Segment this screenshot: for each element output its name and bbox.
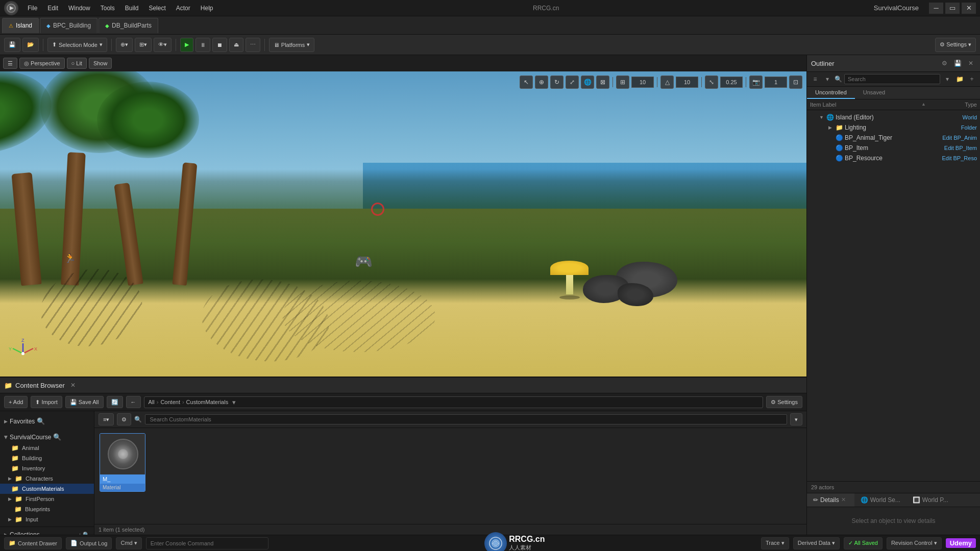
scale-snap-button[interactable]: ⤡ — [705, 76, 718, 89]
select-tool-button[interactable]: ↖ — [520, 76, 533, 89]
content-search-input[interactable] — [145, 414, 787, 424]
revision-control-button[interactable]: Revision Control ▾ — [887, 537, 942, 549]
restore-button[interactable]: ▭ — [945, 3, 960, 14]
tab-details[interactable]: ✏ Details ✕ — [807, 493, 854, 507]
sort-button[interactable]: ≡▾ — [99, 413, 114, 425]
scale-snap-input[interactable] — [720, 77, 743, 88]
platforms-button[interactable]: 🖥 Platforms ▾ — [269, 38, 314, 52]
content-drawer-button[interactable]: 📁 Content Drawer — [4, 537, 62, 549]
cmd-button[interactable]: Cmd ▾ — [116, 537, 141, 549]
menu-select[interactable]: Select — [143, 3, 170, 14]
close-button[interactable]: ✕ — [962, 3, 976, 14]
save-all-button[interactable]: 💾 Save All — [65, 396, 104, 408]
outliner-add-button[interactable]: + — [967, 74, 977, 84]
viewport[interactable]: 🎮 🏃 ↖ ⊕ ↻ ⤢ 🌐 ⊠ ⊞ △ ⤡ — [0, 71, 806, 377]
folder-custom-materials[interactable]: 📁 CustomMaterials — [0, 484, 94, 494]
local-global-button[interactable]: 🌐 — [581, 76, 594, 89]
perspective-button[interactable]: ◎ Perspective — [19, 58, 65, 69]
selection-mode-button[interactable]: ⬆ Selection Mode ▾ — [47, 38, 107, 52]
favorites-header[interactable]: ▶ Favorites 🔍 — [0, 415, 94, 427]
vp-maximize-button[interactable]: ⊡ — [789, 76, 802, 89]
grid-snap-button[interactable]: ⊞ — [616, 76, 629, 89]
snap-button[interactable]: ⊞▾ — [135, 38, 152, 52]
view-button[interactable]: 👁▾ — [154, 38, 172, 52]
tree-item-bp-resource[interactable]: ▶ 🔵 BP_Resource Edit BP_Reso — [807, 153, 980, 163]
outliner-filter2-button[interactable]: ▾ — [822, 74, 832, 84]
play-button[interactable]: ▶ — [180, 38, 193, 52]
tab-db-buildparts[interactable]: ◆ DB_BuildParts — [99, 18, 158, 33]
survival-course-header[interactable]: ▶ SurvivalCourse 🔍 — [0, 431, 94, 443]
outliner-search-input[interactable] — [844, 74, 940, 84]
import-button[interactable]: ⬆ Import — [31, 396, 62, 408]
tab-uncontrolled[interactable]: Uncontrolled — [807, 87, 855, 99]
menu-tools[interactable]: Tools — [95, 3, 120, 14]
folder-input[interactable]: ▶ 📁 Input — [0, 514, 94, 524]
show-button[interactable]: Show — [89, 58, 112, 69]
more-options-button[interactable]: ⋯ — [246, 38, 260, 52]
outliner-close-button[interactable]: ✕ — [966, 58, 976, 68]
angle-snap-input[interactable] — [676, 77, 698, 88]
all-saved-button[interactable]: ✓ All Saved — [844, 537, 883, 549]
favorites-search-button[interactable]: 🔍 — [37, 417, 45, 425]
breadcrumb-dropdown-button[interactable]: ▾ — [232, 398, 236, 406]
rotate-tool-button[interactable]: ↻ — [550, 76, 564, 89]
details-close-button[interactable]: ✕ — [841, 496, 848, 504]
menu-edit[interactable]: Edit — [42, 3, 63, 14]
lit-button[interactable]: ○ Lit — [67, 58, 87, 69]
tree-item-bp-item[interactable]: ▶ 🔵 BP_Item Edit BP_Item — [807, 143, 980, 153]
content-browser-close-button[interactable]: ✕ — [68, 380, 78, 390]
console-input[interactable] — [146, 537, 268, 549]
view-toggle-button[interactable]: ▾ — [790, 413, 802, 425]
folder-blueprints[interactable]: 📁 Blueprints — [0, 504, 94, 514]
menu-help[interactable]: Help — [195, 3, 218, 14]
trace-button[interactable]: Trace ▾ — [761, 537, 789, 549]
pause-button[interactable]: ⏸ — [195, 38, 210, 52]
menu-build[interactable]: Build — [120, 3, 144, 14]
tree-item-island[interactable]: ▼ 🌐 Island (Editor) World — [807, 112, 980, 122]
transform-button[interactable]: ⊕▾ — [116, 38, 133, 52]
cb-back-button[interactable]: ← — [126, 396, 141, 408]
viewport-menu-button[interactable]: ☰ — [3, 58, 17, 69]
tree-item-lighting[interactable]: ▶ 📁 Lighting Folder — [807, 122, 980, 133]
save-button[interactable]: 💾 — [4, 38, 20, 52]
tab-world-partition[interactable]: 🔳 World P... — [906, 493, 954, 507]
bp-resource-type[interactable]: Edit BP_Reso — [926, 155, 977, 161]
settings-button[interactable]: ⚙ Settings ▾ — [935, 38, 976, 52]
folder-characters[interactable]: ▶ 📁 Characters — [0, 473, 94, 484]
bp-item-type[interactable]: Edit BP_Item — [926, 145, 977, 151]
lighting-expand-arrow[interactable]: ▶ — [828, 125, 834, 130]
tab-island[interactable]: ⚠ Island — [2, 18, 39, 33]
outliner-save-button[interactable]: 💾 — [952, 58, 963, 68]
add-button[interactable]: + Add — [4, 396, 28, 408]
grid-size-input[interactable] — [631, 77, 654, 88]
derived-data-button[interactable]: Derived Data ▾ — [793, 537, 840, 549]
filter-button[interactable]: ⚙ — [117, 413, 131, 425]
breadcrumb-custom[interactable]: CustomMaterials — [186, 399, 229, 405]
minimize-button[interactable]: ─ — [929, 3, 943, 14]
stop-button[interactable]: ⏹ — [212, 38, 227, 52]
survival-search-button[interactable]: 🔍 — [53, 433, 61, 441]
eject-button[interactable]: ⏏ — [229, 38, 243, 52]
folder-animal[interactable]: 📁 Animal — [0, 443, 94, 453]
tab-unsaved[interactable]: Unsaved — [855, 87, 893, 99]
tab-world-settings[interactable]: 🌐 World Se... — [854, 493, 906, 507]
output-log-button[interactable]: 📄 Output Log — [66, 537, 112, 549]
breadcrumb-all[interactable]: All — [149, 399, 155, 405]
scale-tool-button[interactable]: ⤢ — [566, 76, 579, 89]
tiger-type[interactable]: Edit BP_Anim — [926, 135, 977, 141]
asset-tile-material[interactable]: M_ Material — [100, 433, 145, 492]
outliner-search-dropdown[interactable]: ▾ — [942, 74, 952, 84]
island-expand-arrow[interactable]: ▼ — [819, 115, 824, 120]
folder-inventory[interactable]: 📁 Inventory — [0, 463, 94, 473]
tree-item-animal-tiger[interactable]: ▶ 🔵 BP_Animal_Tiger Edit BP_Anim — [807, 133, 980, 143]
open-button[interactable]: 📂 — [22, 38, 39, 52]
outliner-filter-button[interactable]: ≡ — [810, 74, 820, 84]
breadcrumb-content[interactable]: Content — [160, 399, 180, 405]
menu-actor[interactable]: Actor — [171, 3, 195, 14]
cb-refresh-button[interactable]: 🔄 — [107, 396, 123, 408]
menu-file[interactable]: File — [22, 3, 42, 14]
angle-snap-button[interactable]: △ — [660, 76, 674, 89]
outliner-new-folder-button[interactable]: 📁 — [954, 74, 965, 84]
move-tool-button[interactable]: ⊕ — [535, 76, 548, 89]
cb-settings-button[interactable]: ⚙ Settings — [766, 396, 802, 408]
